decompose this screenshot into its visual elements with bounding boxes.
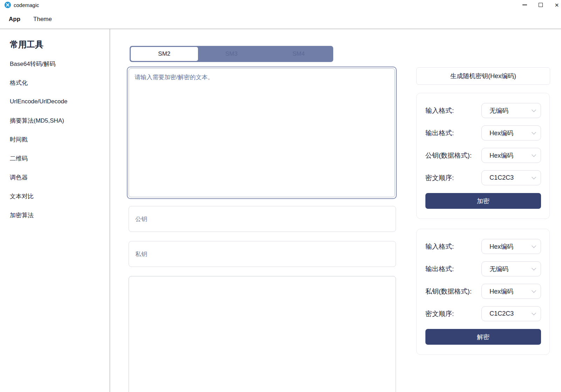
window-controls: ✕ <box>516 0 561 10</box>
encrypt-cipher-order-row: 密文顺序: C1C2C3 <box>425 170 541 185</box>
select-value: C1C2C3 <box>490 310 514 317</box>
tab-sm4[interactable]: SM4 <box>265 47 332 61</box>
sidebar-list: Base64转码/解码 格式化 UrlEncode/UrlDecode 摘要算法… <box>0 54 110 225</box>
sidebar-item-format[interactable]: 格式化 <box>0 73 110 92</box>
select-value: 无编码 <box>490 106 508 115</box>
chevron-down-icon <box>532 266 536 270</box>
titlebar: codemagic ✕ <box>0 0 561 10</box>
encrypt-cipher-order-select[interactable]: C1C2C3 <box>481 170 541 185</box>
tab-sm3[interactable]: SM3 <box>198 47 265 61</box>
decrypt-cipher-order-row: 密文顺序: C1C2C3 <box>425 306 541 321</box>
tab-sm2[interactable]: SM2 <box>131 47 198 61</box>
encrypt-settings-card: 输入格式: 无编码 输出格式: Hex编码 公钥(数据格式): Hex编码 密文… <box>416 93 550 219</box>
select-value: Hex编码 <box>490 151 513 160</box>
chevron-down-icon <box>532 175 536 179</box>
decrypt-settings-card: 输入格式: Hex编码 输出格式: 无编码 私钥(数据格式): Hex编码 密文… <box>416 229 550 355</box>
chevron-down-icon <box>532 243 536 248</box>
maximize-button[interactable] <box>533 0 549 10</box>
sidebar-item-digest[interactable]: 摘要算法(MD5,SHA) <box>0 111 110 130</box>
output-format-label: 输出格式: <box>425 264 454 274</box>
select-value: C1C2C3 <box>490 174 514 181</box>
sidebar-item-timestamp[interactable]: 时间戳 <box>0 130 110 149</box>
encrypt-output-format-select[interactable]: Hex编码 <box>481 125 541 140</box>
result-output[interactable] <box>129 276 396 392</box>
generate-key-button[interactable]: 生成随机密钥(Hex编码) <box>416 67 550 85</box>
private-key-input[interactable] <box>129 241 396 267</box>
encrypt-public-key-format-select[interactable]: Hex编码 <box>481 148 541 163</box>
chevron-down-icon <box>532 130 536 135</box>
chevron-down-icon <box>532 108 536 112</box>
close-icon: ✕ <box>555 2 559 8</box>
minimize-icon <box>522 5 527 5</box>
select-value: Hex编码 <box>490 129 513 137</box>
input-format-label: 输入格式: <box>425 106 454 115</box>
window-title: codemagic <box>14 2 39 8</box>
cipher-order-label: 密文顺序: <box>425 309 454 318</box>
sidebar-item-encryption[interactable]: 加密算法 <box>0 206 110 225</box>
menu-theme[interactable]: Theme <box>33 16 52 23</box>
decrypt-input-format-row: 输入格式: Hex编码 <box>425 239 541 254</box>
sidebar-item-urlencode[interactable]: UrlEncode/UrlDecode <box>0 92 110 111</box>
select-value: 无编码 <box>490 265 508 273</box>
sidebar-item-color-picker[interactable]: 调色器 <box>0 168 110 187</box>
sidebar-item-base64[interactable]: Base64转码/解码 <box>0 54 110 73</box>
app-logo-icon <box>4 1 11 8</box>
output-format-label: 输出格式: <box>425 129 454 138</box>
select-value: Hex编码 <box>490 287 513 296</box>
public-key-format-label: 公钥(数据格式): <box>425 151 472 160</box>
decrypt-input-format-select[interactable]: Hex编码 <box>481 239 541 254</box>
chevron-down-icon <box>532 288 536 293</box>
encrypt-button[interactable]: 加密 <box>425 193 541 209</box>
sidebar-item-text-diff[interactable]: 文本对比 <box>0 187 110 206</box>
sidebar-heading: 常用工具 <box>10 39 110 50</box>
decrypt-private-key-format-select[interactable]: Hex编码 <box>481 284 541 299</box>
decrypt-cipher-order-select[interactable]: C1C2C3 <box>481 306 541 321</box>
encrypt-input-format-select[interactable]: 无编码 <box>481 103 541 118</box>
menu-app[interactable]: App <box>9 16 20 23</box>
public-key-input[interactable] <box>129 206 396 232</box>
chevron-down-icon <box>532 152 536 157</box>
minimize-button[interactable] <box>516 0 533 10</box>
text-input-focus-ring <box>127 67 397 199</box>
select-value: Hex编码 <box>490 242 513 251</box>
plaintext-input[interactable] <box>129 68 395 197</box>
encrypt-public-key-format-row: 公钥(数据格式): Hex编码 <box>425 148 541 163</box>
private-key-format-label: 私钥(数据格式): <box>425 287 472 296</box>
encrypt-output-format-row: 输出格式: Hex编码 <box>425 125 541 140</box>
close-button[interactable]: ✕ <box>549 0 561 10</box>
decrypt-private-key-format-row: 私钥(数据格式): Hex编码 <box>425 284 541 299</box>
input-format-label: 输入格式: <box>425 242 454 251</box>
algorithm-tab-bar: SM2 SM3 SM4 <box>130 46 333 62</box>
sidebar-item-qrcode[interactable]: 二维码 <box>0 149 110 168</box>
menubar: App Theme <box>0 10 561 29</box>
decrypt-button[interactable]: 解密 <box>425 329 541 345</box>
maximize-icon <box>539 3 543 7</box>
cipher-order-label: 密文顺序: <box>425 173 454 183</box>
chevron-down-icon <box>532 311 536 315</box>
sidebar: 常用工具 Base64转码/解码 格式化 UrlEncode/UrlDecode… <box>0 29 110 392</box>
decrypt-output-format-row: 输出格式: 无编码 <box>425 261 541 276</box>
encrypt-input-format-row: 输入格式: 无编码 <box>425 103 541 118</box>
decrypt-output-format-select[interactable]: 无编码 <box>481 261 541 276</box>
